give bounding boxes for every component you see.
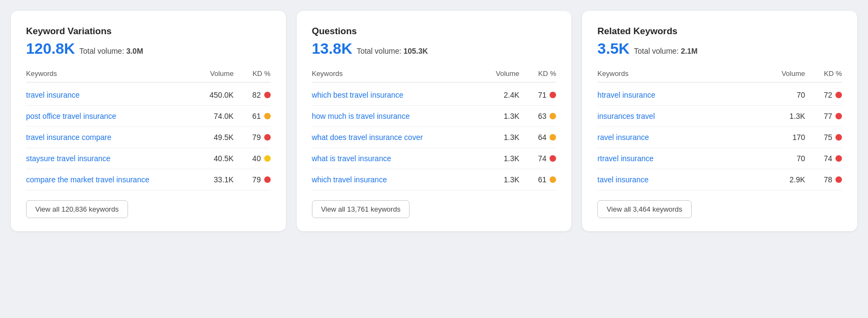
keyword-link[interactable]: what does travel insurance cover (312, 133, 486, 142)
panel-keyword-variations: Keyword Variations120.8KTotal volume: 3.… (11, 11, 286, 231)
table-row: how much is travel insurance1.3K63 (312, 106, 557, 127)
keyword-link[interactable]: how much is travel insurance (312, 112, 486, 120)
kd-cell: 72 (809, 91, 842, 99)
table-row: htravel insurance7072 (597, 85, 842, 106)
keyword-link[interactable]: which travel insurance (312, 175, 486, 184)
kd-dot (264, 113, 271, 119)
panel-related-keywords: Related Keywords3.5KTotal volume: 2.1MKe… (582, 11, 857, 231)
kd-cell: 79 (238, 175, 271, 184)
table-row: staysure travel insurance40.5K40 (26, 148, 271, 169)
keyword-link[interactable]: travel insurance compare (26, 133, 200, 142)
volume-cell: 450.0K (200, 91, 238, 99)
kd-value: 63 (538, 112, 547, 120)
table-header: KeywordsVolumeKD % (597, 69, 842, 82)
big-number: 3.5K (597, 40, 629, 58)
table-row: travel insurance compare49.5K79 (26, 127, 271, 148)
keyword-link[interactable]: travel insurance (26, 91, 200, 99)
kd-value: 64 (538, 133, 547, 142)
volume-cell: 2.9K (771, 175, 809, 184)
table-row: which travel insurance1.3K61 (312, 169, 557, 190)
kd-value: 61 (252, 112, 261, 120)
kd-value: 74 (824, 154, 832, 163)
kd-dot (264, 92, 271, 98)
keyword-link[interactable]: compare the market travel insurance (26, 175, 200, 184)
kd-dot (264, 155, 271, 162)
kd-cell: 61 (524, 175, 556, 184)
panel-title: Related Keywords (597, 26, 842, 37)
keyword-link[interactable]: what is travel insurance (312, 154, 486, 163)
kd-dot (550, 155, 556, 162)
table-row: tavel insurance2.9K78 (597, 169, 842, 190)
col-header-keywords: Keywords (312, 69, 486, 78)
volume-cell: 70 (771, 91, 809, 99)
keyword-link[interactable]: insurances travel (597, 112, 771, 120)
volume-cell: 170 (771, 133, 809, 142)
total-volume-text: Total volume: 3.0M (79, 47, 143, 55)
panel-questions: Questions13.8KTotal volume: 105.3KKeywor… (297, 11, 572, 231)
volume-cell: 1.3K (771, 112, 809, 120)
keyword-link[interactable]: staysure travel insurance (26, 154, 200, 163)
kd-value: 61 (538, 175, 547, 184)
panel-title: Questions (312, 26, 557, 37)
keyword-link[interactable]: tavel insurance (597, 175, 771, 184)
kd-dot (550, 176, 556, 183)
volume-cell: 1.3K (486, 133, 524, 142)
volume-cell: 40.5K (200, 154, 238, 163)
kd-cell: 75 (809, 133, 842, 142)
table-row: insurances travel1.3K77 (597, 106, 842, 127)
table-row: post office travel insurance74.0K61 (26, 106, 271, 127)
kd-value: 74 (538, 154, 547, 163)
kd-cell: 74 (809, 154, 842, 163)
col-header-kd: KD % (238, 69, 271, 78)
view-all-button[interactable]: View all 3,464 keywords (597, 200, 691, 218)
view-all-button[interactable]: View all 13,761 keywords (312, 200, 410, 218)
kd-cell: 64 (524, 133, 556, 142)
volume-cell: 49.5K (200, 133, 238, 142)
volume-cell: 70 (771, 154, 809, 163)
kd-dot (835, 176, 842, 183)
kd-dot (835, 155, 842, 162)
kd-value: 79 (252, 133, 261, 142)
view-all-button[interactable]: View all 120,836 keywords (26, 200, 128, 218)
table-row: what is travel insurance1.3K74 (312, 148, 557, 169)
kd-dot (835, 134, 842, 141)
kd-cell: 78 (809, 175, 842, 184)
kd-value: 72 (824, 91, 832, 99)
kd-cell: 61 (238, 112, 271, 120)
table-row: what does travel insurance cover1.3K64 (312, 127, 557, 148)
col-header-kd: KD % (524, 69, 556, 78)
keyword-link[interactable]: rtravel insurance (597, 154, 771, 163)
table-header: KeywordsVolumeKD % (26, 69, 271, 82)
keyword-link[interactable]: which best travel insurance (312, 91, 486, 99)
kd-cell: 63 (524, 112, 556, 120)
keyword-link[interactable]: htravel insurance (597, 91, 771, 99)
volume-cell: 1.3K (486, 175, 524, 184)
total-volume-text: Total volume: 2.1M (634, 47, 698, 55)
kd-value: 77 (824, 112, 832, 120)
keyword-link[interactable]: ravel insurance (597, 133, 771, 142)
panels-container: Keyword Variations120.8KTotal volume: 3.… (11, 11, 857, 231)
volume-cell: 2.4K (486, 91, 524, 99)
panel-summary: 120.8KTotal volume: 3.0M (26, 40, 271, 58)
panel-summary: 13.8KTotal volume: 105.3K (312, 40, 557, 58)
table-row: compare the market travel insurance33.1K… (26, 169, 271, 190)
kd-cell: 40 (238, 154, 271, 163)
panel-title: Keyword Variations (26, 26, 271, 37)
kd-cell: 82 (238, 91, 271, 99)
kd-dot (835, 113, 842, 119)
volume-cell: 33.1K (200, 175, 238, 184)
keyword-link[interactable]: post office travel insurance (26, 112, 200, 120)
kd-cell: 77 (809, 112, 842, 120)
kd-dot (264, 176, 271, 183)
col-header-keywords: Keywords (597, 69, 771, 78)
kd-dot (550, 113, 556, 119)
kd-value: 78 (824, 175, 832, 184)
kd-value: 71 (538, 91, 547, 99)
kd-value: 40 (252, 154, 261, 163)
kd-value: 82 (252, 91, 261, 99)
kd-cell: 71 (524, 91, 556, 99)
volume-cell: 74.0K (200, 112, 238, 120)
col-header-keywords: Keywords (26, 69, 200, 78)
col-header-volume: Volume (771, 69, 809, 78)
kd-dot (550, 134, 556, 141)
